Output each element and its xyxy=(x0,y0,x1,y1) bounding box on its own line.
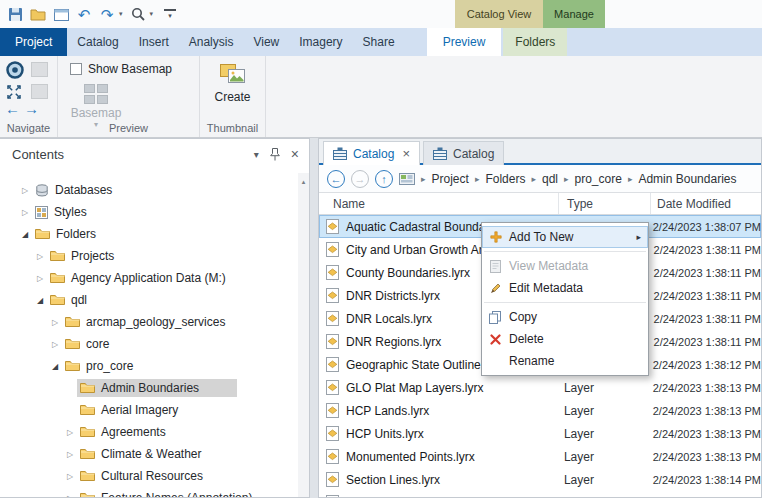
dropdown-caret-icon[interactable]: ▾ xyxy=(150,10,154,18)
tree-item[interactable]: ▷Feature Names (Annotation) xyxy=(0,487,298,497)
collapsed-expander-icon[interactable]: ▷ xyxy=(63,428,77,437)
menu-item-rename[interactable]: Rename xyxy=(482,350,648,372)
tree-node[interactable]: Databases xyxy=(32,181,118,199)
tree-item[interactable]: ▷Climate & Weather xyxy=(0,443,298,465)
tree-item[interactable]: ▷Cultural Resources xyxy=(0,465,298,487)
zoom-tools-icon[interactable] xyxy=(130,5,146,23)
table-row-partial[interactable] xyxy=(319,491,761,497)
breadcrumb-item-qdl[interactable]: qdl xyxy=(542,172,558,186)
save-icon[interactable] xyxy=(7,5,23,23)
collapsed-expander-icon[interactable]: ▷ xyxy=(48,340,62,349)
ribbon-tab-share[interactable]: Share xyxy=(353,28,405,56)
next-extent-icon[interactable]: → xyxy=(24,101,39,116)
ribbon-tab-imagery[interactable]: Imagery xyxy=(289,28,352,56)
tree-item[interactable]: ◢qdl xyxy=(0,289,298,311)
tree-node[interactable]: Folders xyxy=(32,225,102,243)
collapsed-expander-icon[interactable]: ▷ xyxy=(33,252,47,261)
tree-item[interactable]: Admin Boundaries xyxy=(0,377,298,399)
collapsed-expander-icon[interactable]: ▷ xyxy=(63,472,77,481)
table-row[interactable]: HCP Lands.lyrxLayer2/24/2023 1:38:13 PM xyxy=(319,399,761,422)
tree-node[interactable]: Projects xyxy=(47,247,120,265)
back-button[interactable]: ← xyxy=(327,170,345,188)
close-icon[interactable]: × xyxy=(291,146,299,162)
collapsed-expander-icon[interactable]: ▷ xyxy=(18,186,32,195)
tree-item[interactable]: ▷Agency Application Data (M:) xyxy=(0,267,298,289)
tree-item[interactable]: ▷Styles xyxy=(0,201,298,223)
expanded-expander-icon[interactable]: ◢ xyxy=(33,296,47,305)
table-row[interactable]: Monumented Points.lyrxLayer2/24/2023 1:3… xyxy=(319,445,761,468)
menu-item-delete[interactable]: Delete xyxy=(482,328,648,350)
collapsed-expander-icon[interactable]: ▷ xyxy=(48,318,62,327)
ribbon-tab-insert[interactable]: Insert xyxy=(129,28,179,56)
breadcrumb-item-project[interactable]: Project xyxy=(432,172,469,186)
create-thumbnail-button[interactable]: Create xyxy=(204,61,262,104)
menu-item-edit-metadata[interactable]: Edit Metadata xyxy=(482,277,648,299)
breadcrumb-item-folders[interactable]: Folders xyxy=(485,172,525,186)
tree-item[interactable]: ◢Folders xyxy=(0,223,298,245)
tree-node[interactable]: arcmap_geology_services xyxy=(62,313,231,331)
previous-extent-icon[interactable]: ← xyxy=(5,101,20,116)
chevron-down-icon[interactable]: ▾ xyxy=(254,149,259,160)
expanded-expander-icon[interactable]: ◢ xyxy=(48,362,62,371)
column-header-type[interactable]: Type xyxy=(559,193,651,214)
table-row[interactable]: HCP Units.lyrxLayer2/24/2023 1:38:13 PM xyxy=(319,422,761,445)
table-row[interactable]: Section Lines.lyrxLayer2/24/2023 1:38:14… xyxy=(319,468,761,491)
ribbon-tab-preview[interactable]: Preview xyxy=(427,28,502,56)
customize-icon[interactable]: ▾ xyxy=(164,9,176,19)
undo-icon[interactable]: ↶ xyxy=(76,5,92,23)
view-tab-catalog[interactable]: Catalog× xyxy=(323,141,420,165)
view-tab-catalog[interactable]: Catalog xyxy=(423,141,504,165)
collapsed-expander-icon[interactable]: ▷ xyxy=(63,494,77,498)
close-tab-icon[interactable]: × xyxy=(402,146,410,161)
tree-item[interactable]: ◢pro_core xyxy=(0,355,298,377)
tree-item[interactable]: Aerial Imagery xyxy=(0,399,298,421)
tree-node[interactable]: Cultural Resources xyxy=(77,467,209,485)
ribbon-tab-folders[interactable]: Folders xyxy=(503,28,567,56)
contents-scrollbar[interactable]: ▴ xyxy=(298,173,309,497)
tree-node[interactable]: Feature Names (Annotation) xyxy=(77,489,258,497)
tree-node[interactable]: Styles xyxy=(32,203,93,221)
tree-node[interactable]: pro_core xyxy=(62,357,139,375)
checkbox-box[interactable] xyxy=(70,63,82,75)
up-one-level-button[interactable]: ↑ xyxy=(375,170,393,188)
menu-item-add-to-new[interactable]: Add To New▸ xyxy=(482,226,648,248)
menu-item-copy[interactable]: Copy xyxy=(482,306,648,328)
tree-node[interactable]: Aerial Imagery xyxy=(77,401,184,419)
tree-item[interactable]: ▷Agreements xyxy=(0,421,298,443)
tree-node[interactable]: Agreements xyxy=(77,423,172,441)
expanded-expander-icon[interactable]: ◢ xyxy=(18,230,32,239)
tree-node[interactable]: qdl xyxy=(47,291,93,309)
tree-node[interactable]: Admin Boundaries xyxy=(77,379,237,397)
table-row[interactable]: GLO Plat Map Layers.lyrxLayer2/24/2023 1… xyxy=(319,376,761,399)
tree-node[interactable]: core xyxy=(62,335,115,353)
pin-icon[interactable] xyxy=(270,148,280,161)
column-header-date-modified[interactable]: Date Modified xyxy=(651,193,761,214)
full-extent-globe-icon[interactable] xyxy=(5,60,25,80)
show-basemap-checkbox[interactable]: Show Basemap xyxy=(70,62,172,76)
ribbon-tab-catalog[interactable]: Catalog xyxy=(67,28,128,56)
column-header-name[interactable]: Name xyxy=(319,193,559,214)
breadcrumb-item-admin-boundaries[interactable]: Admin Boundaries xyxy=(638,172,736,186)
zoom-extent-arrows-icon[interactable] xyxy=(5,83,23,101)
tree-item[interactable]: ▷arcmap_geology_services xyxy=(0,311,298,333)
open-project-icon[interactable] xyxy=(30,5,46,23)
collapsed-expander-icon[interactable]: ▷ xyxy=(63,450,77,459)
tree-item[interactable]: ▷Projects xyxy=(0,245,298,267)
breadcrumb-root-icon[interactable] xyxy=(399,172,415,186)
collapsed-expander-icon[interactable]: ▷ xyxy=(18,208,32,217)
tree-item[interactable]: ▷Databases xyxy=(0,179,298,201)
tree-item-label: Agreements xyxy=(101,425,166,439)
dropdown-caret-icon[interactable]: ▾ xyxy=(119,10,123,18)
tree-item[interactable]: ▷core xyxy=(0,333,298,355)
collapsed-expander-icon[interactable]: ▷ xyxy=(33,274,47,283)
new-window-icon[interactable] xyxy=(53,5,69,23)
ribbon-tab-view[interactable]: View xyxy=(243,28,289,56)
item-date-modified: 2/24/2023 1:38:13 PM xyxy=(647,428,761,440)
redo-icon[interactable]: ↷ xyxy=(99,5,115,23)
ribbon-tab-analysis[interactable]: Analysis xyxy=(179,28,244,56)
breadcrumb-item-pro-core[interactable]: pro_core xyxy=(575,172,622,186)
tree-node[interactable]: Agency Application Data (M:) xyxy=(47,269,232,287)
tree-node[interactable]: Climate & Weather xyxy=(77,445,207,463)
scroll-up-icon[interactable]: ▴ xyxy=(302,178,306,185)
ribbon-tab-project[interactable]: Project xyxy=(0,28,67,56)
